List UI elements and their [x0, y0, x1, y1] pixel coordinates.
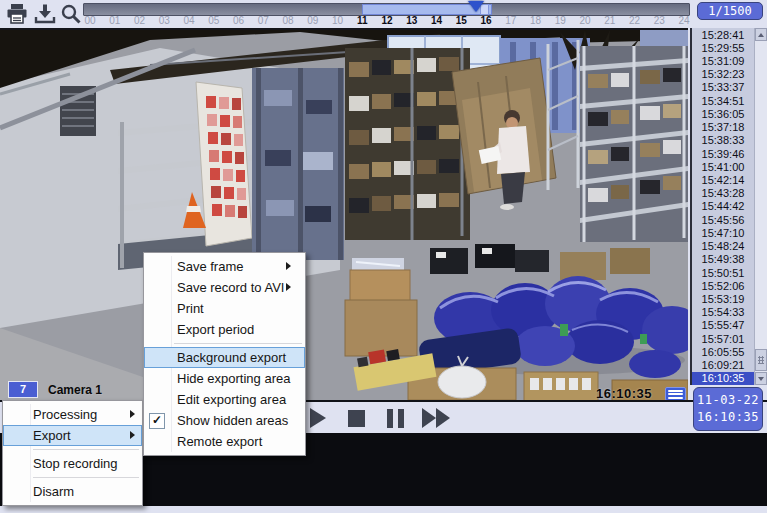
- hour-label: 19: [550, 15, 570, 27]
- submenu-arrow-icon: [130, 431, 135, 439]
- list-item[interactable]: 15:44:42: [692, 200, 754, 213]
- list-item[interactable]: 16:09:21: [692, 358, 754, 371]
- list-item[interactable]: 15:38:33: [692, 134, 754, 147]
- menu-separator: [33, 449, 139, 450]
- play-button[interactable]: [304, 406, 332, 430]
- menu-item-background-export[interactable]: Background export: [144, 347, 305, 368]
- stop-button[interactable]: [342, 406, 370, 430]
- scroll-up-button[interactable]: [755, 28, 767, 41]
- save-export-button[interactable]: [32, 2, 58, 26]
- pause-button[interactable]: [381, 406, 409, 430]
- print-icon: [5, 3, 29, 25]
- camera-name-label: Camera 1: [48, 383, 102, 397]
- frame-counter-badge: 1/1500: [697, 2, 763, 20]
- list-item[interactable]: 15:55:47: [692, 319, 754, 332]
- hour-label: 01: [105, 15, 125, 27]
- scrollbar-thumb[interactable]: [755, 349, 767, 371]
- hour-label: 24: [674, 15, 694, 27]
- list-item-selected[interactable]: 16:10:35: [692, 372, 754, 385]
- list-item[interactable]: 15:37:18: [692, 121, 754, 134]
- save-export-icon: [33, 3, 57, 25]
- list-item[interactable]: 15:28:41: [692, 28, 754, 41]
- list-item[interactable]: 15:36:05: [692, 107, 754, 120]
- timeline-position-marker[interactable]: [468, 1, 484, 12]
- menu-item-label: Export period: [177, 322, 254, 337]
- menu-item-show-hidden-areas[interactable]: ✓ Show hidden areas: [144, 410, 305, 431]
- list-item[interactable]: 15:34:51: [692, 94, 754, 107]
- warehouse-camera-scene: [0, 30, 688, 400]
- list-item[interactable]: 15:57:01: [692, 332, 754, 345]
- checkbox-checked-icon[interactable]: ✓: [149, 413, 165, 429]
- hour-label: 13: [402, 15, 422, 27]
- video-menu-icon[interactable]: [665, 387, 686, 400]
- list-item[interactable]: 15:54:33: [692, 306, 754, 319]
- arrow-up-icon: [758, 33, 764, 37]
- play-icon: [309, 408, 327, 428]
- menu-item-label: Show hidden areas: [177, 413, 288, 428]
- list-item[interactable]: 15:48:24: [692, 240, 754, 253]
- menu-item-print[interactable]: Print: [144, 298, 305, 319]
- list-item[interactable]: 15:53:19: [692, 292, 754, 305]
- fast-forward-icon: [422, 408, 452, 428]
- recordings-sidebar: 15:28:41 15:29:55 15:31:09 15:32:23 15:3…: [690, 28, 767, 385]
- menu-separator: [33, 477, 139, 478]
- video-osd-timestamp: 16:10:35: [596, 386, 652, 400]
- camera-label: 7 Camera 1: [8, 381, 102, 398]
- camera-video-view[interactable]: 16:10:35 7 Camera 1: [0, 28, 688, 400]
- fast-forward-button[interactable]: [420, 406, 454, 430]
- menu-item-hide-exporting-area[interactable]: Hide exporting area: [144, 368, 305, 389]
- menu-item-remote-export[interactable]: Remote export: [144, 431, 305, 452]
- list-item[interactable]: 15:29:55: [692, 41, 754, 54]
- menu-item-export-period[interactable]: Export period: [144, 319, 305, 340]
- menu-item-save-record-to-avi[interactable]: Save record to AVI: [144, 277, 305, 298]
- list-scrollbar[interactable]: [754, 28, 767, 385]
- hour-label: 17: [501, 15, 521, 27]
- datetime-display: 11-03-22 16:10:35: [693, 387, 763, 431]
- hour-label: 10: [328, 15, 348, 27]
- list-item[interactable]: 15:41:00: [692, 160, 754, 173]
- stop-icon: [348, 410, 365, 427]
- list-item[interactable]: 15:43:28: [692, 187, 754, 200]
- hour-label: 02: [130, 15, 150, 27]
- hour-label: 23: [649, 15, 669, 27]
- list-item[interactable]: 15:32:23: [692, 68, 754, 81]
- list-item[interactable]: 15:42:14: [692, 173, 754, 186]
- list-item[interactable]: 15:33:37: [692, 81, 754, 94]
- list-item[interactable]: 15:52:06: [692, 279, 754, 292]
- top-toolbar: 00 01 02 03 04 05 06 07 08 09 10 11 12 1…: [0, 0, 767, 28]
- hour-label: 06: [229, 15, 249, 27]
- menu-item-label: Processing: [33, 407, 97, 422]
- menu-item-export[interactable]: Export: [3, 425, 142, 446]
- hour-label: 08: [278, 15, 298, 27]
- hour-label: 09: [303, 15, 323, 27]
- menu-item-label: Stop recording: [33, 456, 118, 471]
- menu-item-label: Save record to AVI: [177, 280, 284, 295]
- hour-label: 11: [352, 15, 372, 27]
- scroll-down-button[interactable]: [755, 372, 767, 385]
- list-item[interactable]: 15:47:10: [692, 226, 754, 239]
- menu-item-label: Save frame: [177, 259, 243, 274]
- hour-label: 14: [427, 15, 447, 27]
- arrow-down-icon: [758, 377, 764, 381]
- menu-item-disarm[interactable]: Disarm: [3, 481, 142, 502]
- hour-label: 16: [476, 15, 496, 27]
- menu-item-edit-exporting-area[interactable]: Edit exporting area: [144, 389, 305, 410]
- menu-item-processing[interactable]: Processing: [3, 404, 142, 425]
- list-item[interactable]: 16:05:55: [692, 345, 754, 358]
- list-item[interactable]: 15:31:09: [692, 54, 754, 67]
- print-button[interactable]: [4, 2, 30, 26]
- time-value: 16:10:35: [694, 409, 762, 426]
- menu-item-label: Print: [177, 301, 204, 316]
- list-item[interactable]: 15:39:46: [692, 147, 754, 160]
- menu-item-stop-recording[interactable]: Stop recording: [3, 453, 142, 474]
- list-item[interactable]: 15:49:38: [692, 253, 754, 266]
- list-item[interactable]: 15:45:56: [692, 213, 754, 226]
- camera-context-menu: Processing Export Stop recording Disarm: [2, 400, 143, 506]
- timeline-hour-labels: 00 01 02 03 04 05 06 07 08 09 10 11 12 1…: [80, 15, 694, 27]
- menu-item-save-frame[interactable]: Save frame: [144, 256, 305, 277]
- menu-item-label: Edit exporting area: [177, 392, 286, 407]
- list-item[interactable]: 15:50:51: [692, 266, 754, 279]
- hour-label: 20: [575, 15, 595, 27]
- submenu-arrow-icon: [130, 410, 135, 418]
- recordings-list: 15:28:41 15:29:55 15:31:09 15:32:23 15:3…: [692, 28, 754, 385]
